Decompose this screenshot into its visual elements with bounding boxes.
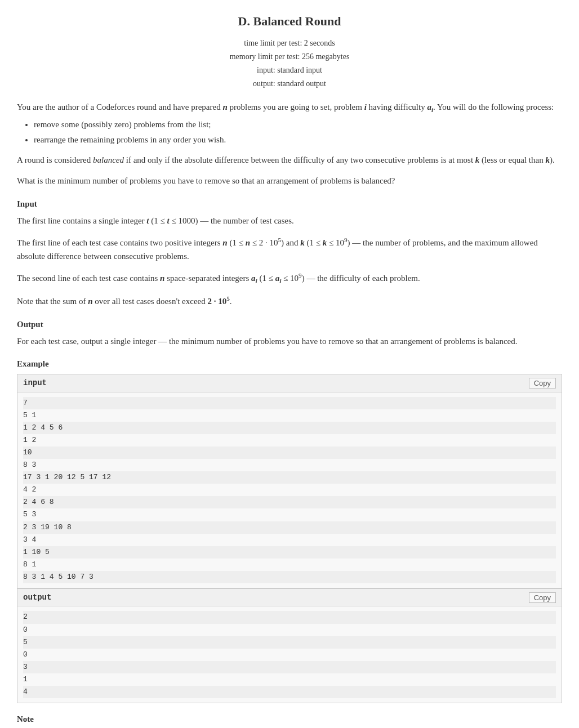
intro-paragraph: You are the author of a Codeforces round… [17, 100, 562, 146]
input-line-3: 1 2 [23, 434, 556, 446]
var-ai-input: ai [251, 274, 257, 283]
output-type: output: standard output [17, 77, 562, 91]
var-n-input2: n [246, 238, 250, 247]
output-line-2: 5 [23, 636, 556, 649]
balanced-italic: balanced [93, 155, 124, 164]
input-line-12: 1 10 5 [23, 546, 556, 559]
note-section-title: Note [17, 712, 562, 726]
input-label: input [23, 377, 47, 389]
output-line-0: 2 [23, 611, 556, 623]
var-k-input2: k [323, 238, 327, 247]
question-text: What is the minimum number of problems y… [17, 174, 562, 188]
example-title: Example [17, 357, 562, 370]
input-line-9: 5 3 [23, 508, 556, 521]
var-ai-input2: ai [275, 274, 282, 283]
input-line1: The first line contains a single integer… [17, 214, 562, 228]
time-limit: time limit per test: 2 seconds [17, 37, 562, 50]
input-code-block: input Copy 75 11 2 4 5 61 2108 317 3 1 2… [17, 374, 562, 588]
memory-limit: memory limit per test: 256 megabytes [17, 50, 562, 64]
input-line-4: 10 [23, 446, 556, 459]
var-k-def: k [475, 155, 480, 164]
problem-meta: time limit per test: 2 seconds memory li… [17, 37, 562, 90]
input-line-10: 2 3 19 10 8 [23, 521, 556, 534]
copy-output-button[interactable]: Copy [529, 592, 556, 603]
process-item-1: remove some (possibly zero) problems fro… [34, 118, 562, 132]
input-line-13: 8 1 [23, 559, 556, 571]
output-code-block: output Copy 2050314 [17, 588, 562, 703]
output-code-body: 2050314 [17, 606, 562, 703]
var-n-input: n [222, 238, 227, 247]
input-section-title: Input [17, 197, 562, 211]
var-n-intro: n [222, 102, 227, 111]
input-line-8: 2 4 6 8 [23, 496, 556, 508]
var-k-def2: k [545, 155, 550, 164]
var-ai-intro: ai [427, 102, 433, 111]
input-line-2: 1 2 4 5 6 [23, 422, 556, 434]
output-line-6: 4 [23, 686, 556, 698]
output-line-1: 0 [23, 624, 556, 636]
output-line-3: 0 [23, 649, 556, 661]
copy-input-button[interactable]: Copy [529, 378, 556, 388]
output-section-title: Output [17, 318, 562, 331]
output-line-5: 1 [23, 673, 556, 686]
input-line-0: 7 [23, 397, 556, 409]
input-line-5: 8 3 [23, 459, 556, 471]
val-2e5: 2 · 105 [207, 297, 229, 306]
process-list: remove some (possibly zero) problems fro… [34, 118, 562, 147]
input-line-6: 17 3 1 20 12 5 17 12 [23, 471, 556, 484]
output-text: For each test case, output a single inte… [17, 334, 562, 349]
var-n-note: n [88, 297, 92, 306]
input-line-14: 8 3 1 4 5 10 7 3 [23, 571, 556, 583]
input-code-body: 75 11 2 4 5 61 2108 317 3 1 20 12 5 17 1… [17, 392, 562, 588]
var-i-intro: i [364, 102, 367, 111]
input-line-1: 5 1 [23, 409, 556, 422]
input-block-header: input Copy [17, 374, 562, 392]
output-label: output [23, 591, 51, 604]
var-n-input3: n [160, 274, 164, 283]
input-line4: Note that the sum of n over all test cas… [17, 293, 562, 309]
input-line-11: 3 4 [23, 534, 556, 546]
process-item-2: rearrange the remaining problems in any … [34, 133, 562, 147]
output-line-4: 3 [23, 661, 556, 673]
input-line-7: 4 2 [23, 484, 556, 496]
problem-title: D. Balanced Round [17, 11, 562, 31]
var-t-2: t [167, 216, 170, 225]
balanced-definition: A round is considered balanced if and on… [17, 153, 562, 167]
input-line2: The first line of each test case contain… [17, 235, 562, 264]
var-t: t [146, 216, 149, 225]
var-k-input: k [300, 238, 305, 247]
input-line3: The second line of each test case contai… [17, 270, 562, 287]
output-block-header: output Copy [17, 589, 562, 606]
input-type: input: standard input [17, 64, 562, 77]
